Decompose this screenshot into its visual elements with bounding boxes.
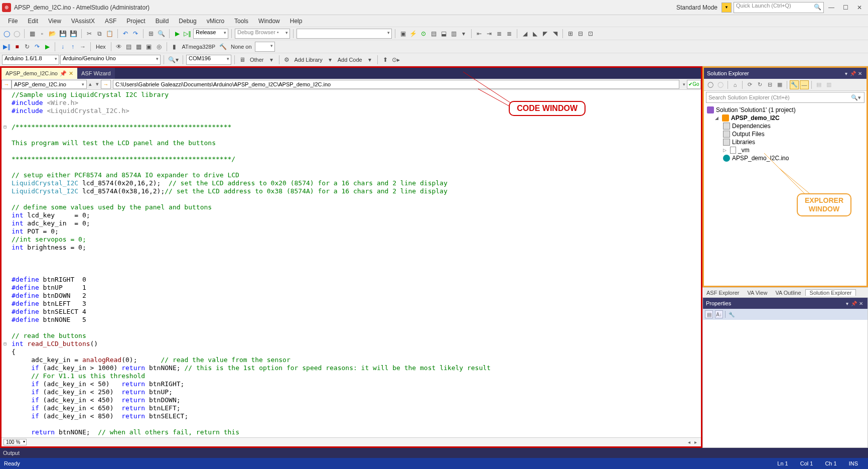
quick-launch-input[interactable]: Quick Launch (Ctrl+Q) 🔍 [734, 2, 824, 13]
step-into-icon[interactable]: ↓ [58, 42, 67, 52]
explorer-showall-icon[interactable]: ▦ [775, 80, 784, 89]
scope-up-icon[interactable]: ▴ [87, 81, 94, 87]
tree-deps-node[interactable]: Dependencies [707, 122, 863, 130]
panel-dropdown-icon[interactable]: ▾ [842, 71, 849, 76]
close-button[interactable]: ✕ [853, 3, 866, 13]
bookmark-next-icon[interactable]: ◤ [540, 29, 549, 39]
tree-project-node[interactable]: ◢ APSP_demo_I2C [707, 114, 863, 122]
device-tool-icon[interactable]: 🔨 [218, 42, 228, 52]
tool-icon-5[interactable]: ⬓ [439, 29, 448, 39]
stop-icon[interactable]: ■ [13, 42, 22, 52]
cut-icon[interactable]: ✂ [85, 29, 94, 39]
add-code-dropdown-icon[interactable]: ▾ [365, 55, 374, 65]
add-code-label[interactable]: Add Code [336, 57, 364, 63]
tab-active-file[interactable]: APSP_demo_I2C.ino 📌 ✕ [2, 68, 77, 79]
bookmark-prev-icon[interactable]: ◣ [530, 29, 539, 39]
menu-file[interactable]: File [3, 18, 23, 25]
tool-icon-1[interactable]: ▣ [398, 29, 407, 39]
explorer-search-input[interactable]: Search Solution Explorer (Ctrl+è) 🔍▾ [706, 92, 864, 103]
path-dropdown-icon[interactable]: ▾ [681, 82, 687, 87]
menu-debug[interactable]: Debug [174, 18, 201, 25]
maximize-button[interactable]: ☐ [839, 3, 852, 13]
indent-dec-icon[interactable]: ⇤ [475, 29, 484, 39]
indent-inc-icon[interactable]: ⇥ [485, 29, 494, 39]
tab-solution-explorer[interactable]: Solution Explorer [805, 289, 856, 296]
menu-vmicro[interactable]: vMicro [202, 18, 229, 25]
nav-fwd-icon[interactable]: ◯ [12, 29, 21, 39]
menu-vassistx[interactable]: VAssistX [66, 18, 100, 25]
go-button[interactable]: ✔Go [687, 80, 701, 89]
panel-close-icon[interactable]: ✕ [857, 301, 864, 306]
start-nodebug-icon[interactable]: ▷‖ [183, 29, 192, 39]
registers-icon[interactable]: ▣ [144, 42, 154, 52]
explorer-view1-icon[interactable]: ▤ [814, 80, 823, 89]
monitor-icon[interactable]: 🖥 [238, 55, 247, 65]
board-combo[interactable]: Arduino/Genuino Uno [60, 55, 161, 65]
paste-icon[interactable]: 📋 [105, 29, 114, 39]
window-icon-1[interactable]: ⊞ [566, 29, 575, 39]
board-family-combo[interactable]: Arduino 1.6/1.8 [2, 55, 59, 65]
bookmark-clear-icon[interactable]: ◥ [550, 29, 559, 39]
run-icon[interactable]: ▶ [43, 42, 52, 52]
io-icon[interactable]: ◎ [155, 42, 164, 52]
debug-browser-combo[interactable]: Debug Browser • [235, 29, 290, 39]
new-project-icon[interactable]: ▦ [28, 29, 37, 39]
compile-upload-icon[interactable]: ⊙▸ [391, 55, 401, 65]
new-file-icon[interactable]: ▫ [38, 29, 47, 39]
tab-va-outline[interactable]: VA Outline [771, 290, 805, 296]
expander-icon[interactable]: ◢ [715, 115, 720, 121]
explorer-home-icon[interactable]: ⌂ [731, 80, 740, 89]
upload-icon[interactable]: ⬆ [381, 55, 390, 65]
scroll-right-icon[interactable]: ▸ [692, 439, 699, 445]
menu-tools[interactable]: Tools [229, 18, 253, 25]
scope-arrow-icon[interactable]: → [2, 80, 12, 89]
window-icon-3[interactable]: ⊡ [586, 29, 595, 39]
tree-outputs-node[interactable]: Output Files [707, 130, 863, 138]
open-icon[interactable]: 📂 [48, 29, 57, 39]
step-over-icon[interactable]: ↷ [33, 42, 42, 52]
menu-help[interactable]: Help [285, 18, 308, 25]
grid-icon[interactable]: ⊞ [147, 29, 156, 39]
search-board-icon[interactable]: 🔍▾ [167, 55, 180, 65]
path-arrow-icon[interactable]: → [101, 80, 111, 89]
none-on-label[interactable]: None on [229, 44, 254, 50]
uncomment-icon[interactable]: ≣ [505, 29, 514, 39]
tool-icon-7[interactable]: ▾ [459, 29, 468, 39]
output-panel-header[interactable]: Output [0, 448, 868, 458]
step-out-icon[interactable]: ↑ [68, 42, 77, 52]
config-combo[interactable]: Release [193, 29, 228, 39]
device-label[interactable]: ATmega328P [180, 44, 217, 50]
zoom-combo[interactable]: 100 % [4, 439, 27, 445]
tab-pin-icon[interactable]: 📌 [60, 70, 67, 77]
explorer-back-icon[interactable]: ◯ [706, 80, 715, 89]
add-library-label[interactable]: Add Library [293, 57, 325, 63]
tool-icon-6[interactable]: ▥ [449, 29, 458, 39]
find-icon[interactable]: 🔍 [157, 29, 166, 39]
add-library-dropdown-icon[interactable]: ▾ [326, 55, 335, 65]
tree-libs-node[interactable]: Libraries [707, 138, 863, 146]
start-debug-icon[interactable]: ▶ [173, 29, 182, 39]
run-to-cursor-icon[interactable]: → [78, 42, 87, 52]
tree-ino-node[interactable]: APSP_demo_I2C.ino [707, 154, 863, 162]
panel-pin-icon[interactable]: 📌 [849, 71, 856, 76]
redo-icon[interactable]: ↷ [131, 29, 140, 39]
file-path-input[interactable]: C:\Users\Gabriele Galeazzi\Documents\Ard… [113, 80, 679, 89]
code-text-area[interactable]: //Sample using LiquidCrystal I2C library… [2, 90, 701, 437]
menu-project[interactable]: Project [121, 18, 150, 25]
tab-va-view[interactable]: VA View [743, 290, 771, 296]
comment-icon[interactable]: ≣ [495, 29, 504, 39]
nav-back-icon[interactable]: ◯ [2, 29, 11, 39]
scroll-left-icon[interactable]: ◂ [686, 439, 692, 445]
mode-dropdown-icon[interactable]: ▼ [721, 3, 732, 13]
save-all-icon[interactable]: 💾 [69, 29, 78, 39]
hex-label[interactable]: Hex [94, 44, 108, 50]
gear-icon[interactable]: ⚙ [282, 55, 292, 65]
panel-dropdown-icon[interactable]: ▾ [843, 301, 850, 306]
memory-icon[interactable]: ▤ [124, 42, 133, 52]
other-label[interactable]: Other [248, 57, 266, 63]
target-combo[interactable] [297, 29, 392, 39]
processor-icon[interactable]: ▦ [134, 42, 143, 52]
explorer-view2-icon[interactable]: ▥ [824, 80, 833, 89]
chip-icon[interactable]: ▮ [170, 42, 179, 52]
wrench-icon[interactable]: 🔧 [728, 310, 736, 318]
